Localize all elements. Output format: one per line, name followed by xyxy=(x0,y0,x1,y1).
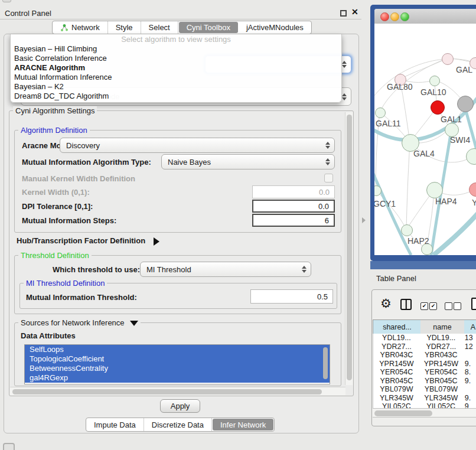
apply-button[interactable]: Apply xyxy=(160,399,200,413)
cell[interactable]: YBL079W xyxy=(373,385,420,394)
tab-select[interactable]: Select xyxy=(141,21,178,34)
table-row[interactable]: YER054CYER054C8. xyxy=(373,368,476,377)
splitpane-divider-arrow[interactable] xyxy=(362,217,366,223)
column-header-shared-name[interactable]: shared... xyxy=(373,319,422,335)
dropdown-item[interactable]: Mutual Information Inference xyxy=(11,73,341,82)
network-canvas[interactable]: GAL80 GAL10 GAL1 GAL11 SWI4 GAL4 GCY1 HA… xyxy=(374,24,476,255)
network-node-hap2[interactable] xyxy=(401,224,413,236)
node-label: GAL4 xyxy=(413,149,435,158)
table-row[interactable]: YBR045CYBR045C9. xyxy=(373,377,476,386)
list-item[interactable]: SelfLoops xyxy=(25,345,330,354)
cell[interactable]: 8. xyxy=(462,368,476,377)
table-row[interactable]: YDR27...YDR27...12 xyxy=(373,343,476,351)
cell[interactable]: YBL079W xyxy=(420,385,462,394)
cell[interactable]: YER054C xyxy=(420,368,462,377)
tab-style[interactable]: Style xyxy=(108,21,141,34)
tab-infer-network[interactable]: Infer Network xyxy=(213,419,273,431)
threshold-definition-title: Threshold Definition xyxy=(18,251,92,260)
network-node[interactable] xyxy=(442,53,454,65)
node-label: GAL11 xyxy=(376,119,401,128)
manual-kernel-label: Manual Kernel Width Definition xyxy=(22,174,135,183)
table-row[interactable]: YPR145WYPR145W9. xyxy=(373,360,476,369)
cell[interactable]: YLR345W xyxy=(420,394,462,403)
column-header-name[interactable]: name xyxy=(420,319,465,335)
cell[interactable]: YIL052C xyxy=(420,402,462,408)
unchecked-box-icon[interactable] xyxy=(454,302,461,310)
tab-jactivemnodules[interactable]: jActiveMNodules xyxy=(239,21,311,34)
list-item[interactable]: TopologicalCoefficient xyxy=(25,354,330,364)
document-icon[interactable] xyxy=(471,298,476,310)
tab-cyni-toolbox[interactable]: Cyni Toolbox xyxy=(179,22,238,33)
network-node-gal11[interactable] xyxy=(375,107,386,118)
cyni-toolbox-panel: Inference Algorithm galFiltered.sif defa… xyxy=(4,34,359,433)
mi-threshold-field[interactable]: 0.5 xyxy=(250,289,333,304)
cell[interactable]: YDL19... xyxy=(373,334,420,343)
table-row[interactable]: YBL079WYBL079W xyxy=(373,385,476,394)
table-row[interactable]: YIL052CYIL052C9 xyxy=(373,402,476,408)
list-item[interactable]: BetweennessCentrality xyxy=(25,364,330,373)
cell[interactable]: 13 xyxy=(462,334,476,343)
cell[interactable]: YBR045C xyxy=(420,377,462,386)
dropdown-item[interactable]: Bayesian – Hill Climbing xyxy=(11,44,341,54)
dropdown-item[interactable]: Basic Correlation Inference xyxy=(11,54,341,63)
network-node-gal10[interactable] xyxy=(429,76,440,86)
dpi-tolerance-field[interactable]: 0.0 xyxy=(252,200,335,213)
panel-grip-icon[interactable] xyxy=(3,443,15,450)
checked-box-icon[interactable]: ✔ xyxy=(420,302,428,310)
close-traffic-light-icon[interactable] xyxy=(380,12,389,21)
table-row[interactable]: YBR043CYBR043C xyxy=(373,351,476,360)
cell[interactable]: YER054C xyxy=(373,368,420,377)
cell[interactable]: YPR145W xyxy=(373,360,420,369)
mi-steps-field[interactable]: 6 xyxy=(252,214,335,227)
checked-box-icon[interactable]: ✔ xyxy=(429,302,437,310)
cell[interactable]: YPR145W xyxy=(420,360,462,369)
gear-icon[interactable]: ⚙ xyxy=(380,297,392,309)
dropdown-item[interactable]: Bayesian – K2 xyxy=(11,82,341,92)
hub-definition-expander[interactable]: Hub/Transcription Factor Definition xyxy=(17,236,159,246)
cell[interactable]: 12 xyxy=(462,343,476,351)
dropdown-item-highlighted[interactable]: ARACNE Algorithm xyxy=(11,63,341,73)
cell[interactable]: YDR27... xyxy=(420,343,462,351)
network-node-selected-red[interactable] xyxy=(431,100,445,115)
settings-vscrollbar-thumb[interactable] xyxy=(347,115,352,380)
sources-group-title[interactable]: Sources for Network Inference xyxy=(18,318,141,327)
close-icon[interactable]: ✕ xyxy=(351,7,358,17)
table-row[interactable]: YLR345WYLR345W9. xyxy=(373,394,476,403)
which-threshold-combobox[interactable]: MI Threshold xyxy=(140,262,311,277)
mi-steps-label: Mutual Information Steps: xyxy=(22,216,116,225)
dropdown-item[interactable]: Dream8 DC_TDC Algorithm xyxy=(11,92,341,101)
network-node-gray[interactable] xyxy=(457,96,474,112)
minimize-traffic-light-icon[interactable] xyxy=(390,12,399,21)
cyni-algorithm-settings-group: Cyni Algorithm Settings Algorithm Defini… xyxy=(9,110,354,396)
list-item[interactable]: gal4RGexp xyxy=(25,373,330,383)
tab-discretize-data[interactable]: Discretize Data xyxy=(144,418,212,431)
split-columns-icon[interactable] xyxy=(400,299,412,310)
cell[interactable]: YBR043C xyxy=(420,351,462,360)
cell[interactable] xyxy=(462,351,476,360)
cell[interactable]: 9. xyxy=(462,394,476,403)
mi-type-combobox[interactable]: Naive Bayes xyxy=(161,154,335,169)
cell[interactable]: 9. xyxy=(462,377,476,386)
attributes-scrollbar-thumb[interactable] xyxy=(323,347,328,379)
cell[interactable]: 9. xyxy=(462,360,476,369)
column-header-partial[interactable]: A xyxy=(464,319,476,335)
table-hscrollbar-thumb[interactable] xyxy=(374,410,432,416)
cell[interactable]: YIL052C xyxy=(373,402,420,408)
unchecked-box-icon[interactable] xyxy=(445,302,452,310)
cell[interactable]: YDL19... xyxy=(420,334,462,343)
cell[interactable]: YDR27... xyxy=(373,343,420,351)
cell[interactable]: 9 xyxy=(462,402,476,408)
cell[interactable]: YBR045C xyxy=(373,377,420,386)
network-node-hap4[interactable] xyxy=(426,182,443,198)
cell[interactable]: YBR043C xyxy=(373,351,420,360)
tab-impute-data[interactable]: Impute Data xyxy=(86,418,144,431)
aracne-mode-combobox[interactable]: Discovery xyxy=(60,138,335,153)
tab-network[interactable]: Network xyxy=(53,21,108,34)
settings-hscrollbar-thumb[interactable] xyxy=(12,389,322,394)
cell[interactable] xyxy=(462,385,476,394)
float-window-icon[interactable] xyxy=(340,10,347,17)
network-window-titlebar[interactable] xyxy=(374,9,476,24)
table-row[interactable]: YDL19...YDL19...13 xyxy=(373,334,476,343)
zoom-traffic-light-icon[interactable] xyxy=(400,12,409,21)
cell[interactable]: YLR345W xyxy=(373,394,420,403)
